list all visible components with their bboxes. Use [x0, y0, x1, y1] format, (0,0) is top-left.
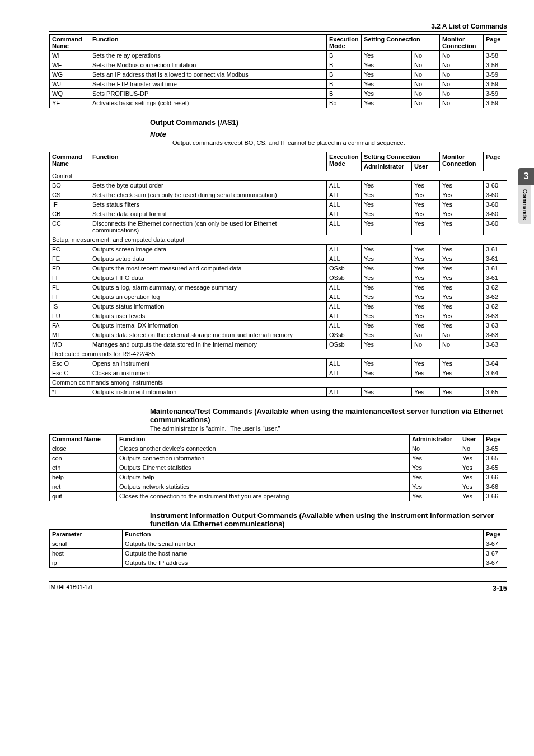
cell: No	[412, 99, 440, 108]
cell: Yes	[410, 463, 460, 473]
output-commands-table: Command Name Function Execution Mode Set…	[49, 152, 507, 397]
cell: Yes	[412, 292, 440, 302]
th-page: Page	[484, 152, 507, 171]
cell: No	[412, 330, 440, 340]
cell: Sets the FTP transfer wait time	[90, 80, 327, 89]
cell: Yes	[362, 321, 412, 330]
table-row: FFOutputs FIFO dataOSsbYesYesYes3-61	[50, 273, 507, 283]
maintenance-subtitle: The administrator is "admin." The user i…	[150, 425, 507, 432]
cell: WI	[50, 51, 90, 60]
cell: Yes	[412, 190, 440, 200]
th-page: Page	[484, 435, 507, 444]
cell: Yes	[410, 473, 460, 482]
table-row: WISets the relay operationsBYesNoNo3-58	[50, 51, 507, 60]
cell: CS	[50, 190, 90, 200]
cell: 3-67	[484, 549, 507, 558]
cell: OSsb	[327, 273, 362, 283]
cell: No	[410, 444, 460, 454]
cell: Disconnects the Ethernet connection (can…	[90, 219, 327, 235]
cell: Outputs setup data	[90, 254, 327, 264]
cell: Yes	[460, 454, 484, 463]
table-row: helpOutputs helpYesYes3-66	[50, 473, 507, 482]
cell: Sets the data output format	[90, 209, 327, 219]
th-administrator: Administrator	[410, 435, 460, 444]
group-row: Control	[50, 171, 507, 181]
chapter-number: 3	[518, 168, 534, 185]
table-row: ethOutputs Ethernet statisticsYesYes3-65	[50, 463, 507, 473]
cell: Outputs user levels	[90, 311, 327, 321]
cell: Yes	[410, 482, 460, 492]
cell: Yes	[362, 359, 412, 368]
cell: Yes	[362, 80, 412, 89]
cell: Yes	[362, 181, 412, 190]
th-function: Function	[90, 152, 327, 171]
cell: ALL	[327, 311, 362, 321]
instrument-info-title: Instrument Information Output Commands (…	[150, 511, 507, 528]
cell: FF	[50, 273, 90, 283]
cell: Sets the relay operations	[90, 51, 327, 60]
cell: No	[440, 340, 484, 349]
commands-table-1: Command Name Function Execution Mode Set…	[49, 34, 507, 108]
cell: ALL	[327, 368, 362, 378]
cell: 3-59	[484, 80, 507, 89]
cell: 3-67	[484, 558, 507, 568]
cell: Esc O	[50, 359, 90, 368]
group-label: Control	[50, 171, 507, 181]
cell: Outputs screen image data	[90, 245, 327, 254]
cell: Yes	[362, 283, 412, 292]
table-row: closeCloses another device's connectionN…	[50, 444, 507, 454]
cell: 3-61	[484, 254, 507, 264]
cell: Yes	[362, 388, 412, 397]
cell: 3-65	[484, 444, 507, 454]
table-row: serialOutputs the serial number3-67	[50, 539, 507, 549]
cell: 3-64	[484, 359, 507, 368]
th-monitor-connection: Monitor Connection	[440, 152, 484, 171]
cell: No	[440, 330, 484, 340]
th-function: Function	[117, 435, 410, 444]
cell: Sets PROFIBUS-DP	[90, 89, 327, 99]
cell: Yes	[440, 200, 484, 209]
cell: Manages and outputs the data stored in t…	[90, 340, 327, 349]
cell: 3-60	[484, 219, 507, 235]
page-footer: IM 04L41B01-17E 3-15	[49, 581, 507, 592]
page-number: 3-15	[493, 584, 507, 592]
cell: Yes	[440, 209, 484, 219]
th-setting-connection: Setting Connection	[362, 35, 440, 51]
cell: FD	[50, 264, 90, 273]
cell: No	[440, 80, 484, 89]
cell: Outputs FIFO data	[90, 273, 327, 283]
cell: Yes	[440, 254, 484, 264]
doc-number: IM 04L41B01-17E	[49, 584, 95, 592]
chapter-side-tab: 3 Commands	[518, 168, 534, 224]
cell: No	[412, 60, 440, 70]
cell: Yes	[362, 245, 412, 254]
cell: ALL	[327, 200, 362, 209]
cell: Yes	[412, 368, 440, 378]
cell: Outputs Ethernet statistics	[117, 463, 410, 473]
cell: No	[460, 444, 484, 454]
table-row: FDOutputs the most recent measured and c…	[50, 264, 507, 273]
cell: Yes	[362, 51, 412, 60]
cell: Yes	[440, 245, 484, 254]
group-label: Setup, measurement, and computed data ou…	[50, 235, 507, 245]
cell: CB	[50, 209, 90, 219]
group-row: Common commands among instruments	[50, 378, 507, 388]
table-row: FUOutputs user levelsALLYesYesYes3-63	[50, 311, 507, 321]
cell: Yes	[362, 302, 412, 311]
table-row: MEOutputs data stored on the external st…	[50, 330, 507, 340]
group-label: Common commands among instruments	[50, 378, 507, 388]
cell: WG	[50, 70, 90, 80]
cell: 3-63	[484, 311, 507, 321]
th-command-name: Command Name	[50, 152, 90, 171]
cell: B	[327, 80, 362, 89]
cell: Yes	[412, 219, 440, 235]
cell: Yes	[362, 70, 412, 80]
group-row: Setup, measurement, and computed data ou…	[50, 235, 507, 245]
cell: Yes	[412, 388, 440, 397]
cell: Yes	[412, 245, 440, 254]
th-command-name: Command Name	[50, 35, 90, 51]
cell: Yes	[412, 254, 440, 264]
table-row: FEOutputs setup dataALLYesYesYes3-61	[50, 254, 507, 264]
cell: FC	[50, 245, 90, 254]
cell: 3-59	[484, 89, 507, 99]
